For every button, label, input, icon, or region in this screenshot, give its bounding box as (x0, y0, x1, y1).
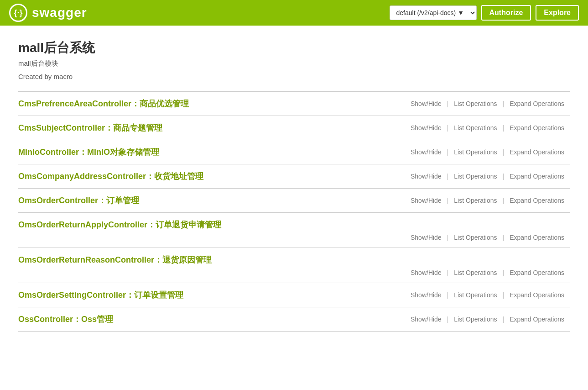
show-hide-link[interactable]: Show/Hide (405, 291, 447, 299)
show-hide-link[interactable]: Show/Hide (405, 173, 447, 180)
controller-actions: Show/Hide|List Operations|Expand Operati… (405, 100, 570, 107)
controller-actions: Show/Hide|List Operations|Expand Operati… (405, 269, 570, 276)
expand-operations-link[interactable]: Expand Operations (504, 234, 570, 241)
header-left: {·} swagger (9, 4, 87, 22)
show-hide-link[interactable]: Show/Hide (405, 100, 447, 107)
list-operations-link[interactable]: List Operations (448, 148, 502, 156)
swagger-logo-icon: {·} (9, 4, 27, 22)
list-operations-link[interactable]: List Operations (448, 291, 502, 299)
main-content: mall后台系统 mall后台模块 Created by macro CmsPr… (0, 26, 588, 345)
show-hide-link[interactable]: Show/Hide (405, 197, 447, 204)
controller-actions: Show/Hide|List Operations|Expand Operati… (405, 173, 570, 180)
controller-actions: Show/Hide|List Operations|Expand Operati… (405, 316, 570, 323)
controller-row: CmsSubjectController：商品专题管理Show/Hide|Lis… (18, 116, 570, 140)
controller-name: OmsOrderReturnReasonController：退货原因管理 (18, 254, 212, 265)
controller-row: CmsPrefrenceAreaController：商品优选管理Show/Hi… (18, 91, 570, 116)
controller-name: OmsOrderSettingController：订单设置管理 (18, 290, 401, 300)
list-operations-link[interactable]: List Operations (448, 316, 502, 323)
controller-row: OmsCompanyAddressController：收货地址管理Show/H… (18, 164, 570, 188)
controller-row: OmsOrderSettingController：订单设置管理Show/Hid… (18, 283, 570, 307)
list-operations-link[interactable]: List Operations (448, 234, 502, 241)
app-title: mall后台系统 (18, 39, 570, 57)
explore-button[interactable]: Explore (536, 5, 579, 21)
expand-operations-link[interactable]: Expand Operations (504, 148, 570, 156)
app-header: {·} swagger default (/v2/api-docs) ▼ Aut… (0, 0, 588, 26)
controller-name: OmsCompanyAddressController：收货地址管理 (18, 171, 401, 182)
header-right: default (/v2/api-docs) ▼ Authorize Explo… (390, 5, 579, 21)
list-operations-link[interactable]: List Operations (448, 269, 502, 276)
expand-operations-link[interactable]: Expand Operations (504, 291, 570, 299)
app-subtitle: mall后台模块 (18, 59, 570, 68)
controller-actions: Show/Hide|List Operations|Expand Operati… (405, 124, 570, 132)
controller-actions: Show/Hide|List Operations|Expand Operati… (405, 291, 570, 299)
show-hide-link[interactable]: Show/Hide (405, 234, 447, 241)
show-hide-link[interactable]: Show/Hide (405, 124, 447, 132)
controller-list: CmsPrefrenceAreaController：商品优选管理Show/Hi… (18, 91, 570, 332)
list-operations-link[interactable]: List Operations (448, 100, 502, 107)
api-selector[interactable]: default (/v2/api-docs) ▼ (390, 5, 477, 20)
expand-operations-link[interactable]: Expand Operations (504, 197, 570, 204)
expand-operations-link[interactable]: Expand Operations (504, 316, 570, 323)
controller-row: OmsOrderReturnReasonController：退货原因管理Sho… (18, 248, 570, 283)
expand-operations-link[interactable]: Expand Operations (504, 173, 570, 180)
controller-row: OmsOrderReturnApplyController：订单退货申请管理Sh… (18, 212, 570, 248)
list-operations-link[interactable]: List Operations (448, 124, 502, 132)
list-operations-link[interactable]: List Operations (448, 197, 502, 204)
authorize-button[interactable]: Authorize (481, 5, 531, 21)
controller-row: MinioController：MinIO对象存储管理Show/Hide|Lis… (18, 140, 570, 164)
app-created-by: Created by macro (18, 73, 570, 80)
controller-name: OmsOrderReturnApplyController：订单退货申请管理 (18, 219, 221, 230)
expand-operations-link[interactable]: Expand Operations (504, 269, 570, 276)
expand-operations-link[interactable]: Expand Operations (504, 124, 570, 132)
controller-name: MinioController：MinIO对象存储管理 (18, 147, 401, 158)
controller-name: CmsPrefrenceAreaController：商品优选管理 (18, 98, 401, 109)
controller-actions: Show/Hide|List Operations|Expand Operati… (405, 234, 570, 241)
controller-row: OssController：Oss管理Show/Hide|List Operat… (18, 307, 570, 332)
controller-actions: Show/Hide|List Operations|Expand Operati… (405, 148, 570, 156)
controller-name: OssController：Oss管理 (18, 314, 401, 325)
show-hide-link[interactable]: Show/Hide (405, 269, 447, 276)
show-hide-link[interactable]: Show/Hide (405, 316, 447, 323)
swagger-title: swagger (32, 5, 87, 20)
expand-operations-link[interactable]: Expand Operations (504, 100, 570, 107)
controller-actions: Show/Hide|List Operations|Expand Operati… (405, 197, 570, 204)
controller-name: CmsSubjectController：商品专题管理 (18, 122, 401, 133)
show-hide-link[interactable]: Show/Hide (405, 148, 447, 156)
list-operations-link[interactable]: List Operations (448, 173, 502, 180)
controller-row: OmsOrderController：订单管理Show/Hide|List Op… (18, 188, 570, 212)
controller-name: OmsOrderController：订单管理 (18, 195, 401, 206)
